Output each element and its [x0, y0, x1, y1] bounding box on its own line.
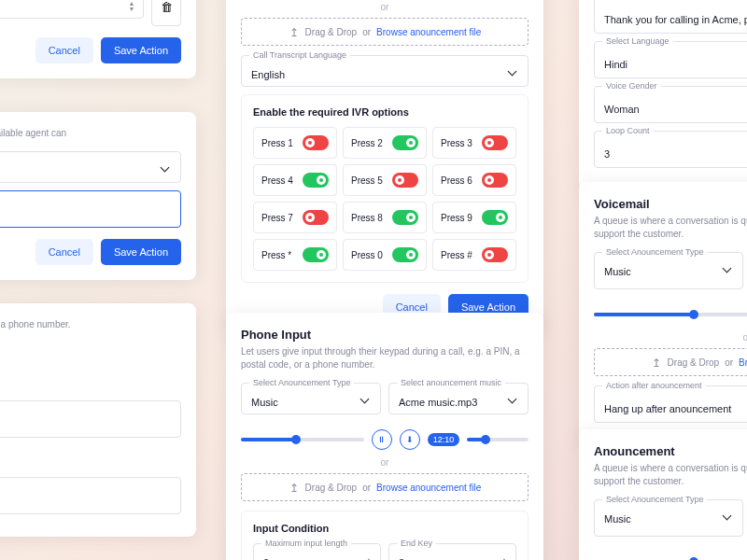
announcement-card: Anouncement A queue is where a conversat… — [579, 429, 747, 560]
ivr-label: Press 8 — [351, 213, 383, 223]
acme-card: Thank you for calling in Acme, press one… — [579, 0, 747, 190]
ivr-card: or Drag & Drop or Browse anouncement fil… — [226, 0, 543, 335]
save-button[interactable]: Save Action — [101, 239, 181, 265]
ivr-label: Press 5 — [351, 175, 383, 186]
gender-select[interactable]: Voice Gender Woman — [594, 86, 747, 123]
ivr-option: Press 9 — [432, 202, 516, 233]
ivr-title: Enable the required IVR options — [253, 106, 516, 118]
card-title: Phone Input — [241, 328, 529, 342]
type-select[interactable]: Select Anouncement Type Music — [594, 499, 743, 537]
type-select[interactable]: Select Anouncement Type Music — [594, 252, 743, 289]
radio-default[interactable]: to default number — [0, 382, 181, 393]
ivr-label: Press 9 — [441, 213, 472, 223]
keypad-card: ough their keypad during a call, e, or a… — [0, 303, 196, 537]
toggle[interactable] — [392, 210, 418, 225]
ivr-option: Press 4 — [253, 164, 337, 196]
message-field[interactable]: Thank you for calling in Acme, press one… — [594, 0, 747, 34]
dropzone[interactable]: Drag & Drop or Browse anouncement file — [241, 473, 529, 501]
toggle[interactable] — [392, 173, 418, 188]
volume-track[interactable] — [467, 438, 529, 441]
or-label: or — [241, 2, 529, 12]
or-label: or — [594, 332, 747, 343]
upload-icon — [289, 26, 300, 37]
chevron-down-icon — [509, 398, 518, 407]
toggle[interactable] — [303, 135, 329, 150]
voicemail-card: Voicemail A queue is where a conversatio… — [579, 182, 747, 445]
toggle[interactable] — [303, 210, 329, 225]
audio-player: ⏸ ⬇ — [594, 304, 747, 325]
input-field[interactable]: 9 — [0, 190, 181, 228]
audio-track[interactable] — [241, 438, 364, 441]
ivr-label: Press # — [441, 250, 472, 260]
ivr-label: Press 0 — [351, 250, 383, 260]
queue-desc: a conversation is queued until an availa… — [0, 127, 181, 140]
end-key-field[interactable]: End Key 3▴▾ — [388, 543, 516, 560]
pause-icon[interactable]: ⏸ — [372, 429, 392, 450]
action-select[interactable]: Action after anouncement Hang up after a… — [594, 385, 747, 423]
toggle[interactable] — [482, 135, 508, 150]
toggle[interactable] — [392, 247, 418, 262]
timeout-card: Timeout 20 Seconds ▴▾ Cancel Save Action — [0, 0, 196, 78]
ivr-label: Press 2 — [351, 138, 383, 148]
user-label: user — [0, 343, 181, 354]
trash-icon — [161, 0, 173, 15]
card-desc: A queue is where a conversation is queue… — [594, 215, 747, 241]
or-label: or — [241, 457, 529, 468]
radio-voicemail[interactable]: usic and send to voicemail — [0, 458, 181, 469]
cancel-button[interactable]: Cancel — [35, 239, 93, 265]
dropzone[interactable]: Drag & Drop or Browse anouncement file — [594, 348, 747, 376]
chevron-down-icon — [361, 398, 371, 407]
toggle[interactable] — [482, 210, 508, 225]
card-desc: A queue is where a conversation is queue… — [594, 462, 747, 488]
upload-icon — [651, 357, 662, 368]
language-select[interactable]: Select Language Hindi — [594, 41, 747, 78]
ivr-option: Press # — [432, 239, 516, 271]
dropzone[interactable]: Drag & Drop or Browse anouncement file — [241, 18, 529, 46]
toggle[interactable] — [392, 135, 418, 150]
ivr-option: Press 1 — [253, 127, 337, 159]
chevron-down-icon — [509, 70, 518, 79]
delete-button[interactable] — [151, 0, 181, 26]
phone-field-2[interactable]: efault Phone Number — [0, 477, 181, 514]
toggle[interactable] — [303, 247, 329, 262]
ivr-label: Press 6 — [441, 175, 472, 186]
card-title: Anouncement — [594, 444, 747, 458]
loop-field[interactable]: Loop Count 3 — [594, 131, 747, 168]
ivr-option: Press 6 — [432, 164, 516, 196]
queue-card: a conversation is queued until an availa… — [0, 112, 196, 280]
audio-player: ⏸ ⬇ — [594, 552, 747, 560]
radio-disconnect[interactable]: Disconnect — [0, 363, 181, 374]
toggle[interactable] — [303, 173, 329, 188]
ivr-option: Press 5 — [343, 164, 427, 196]
ivr-option: Press 3 — [432, 127, 516, 159]
transcript-select[interactable]: Call Transcript Language English — [241, 55, 529, 87]
ivr-label: Press 4 — [261, 175, 293, 186]
stepper-icon[interactable]: ▴▾ — [130, 1, 134, 12]
announcement-music-select[interactable]: Select anouncement music Acme music.mp3 — [388, 383, 529, 414]
chevron-down-icon — [162, 166, 171, 175]
keypad-desc: ough their keypad during a call, e, or a… — [0, 318, 181, 331]
chevron-down-icon — [724, 267, 733, 276]
max-length-field[interactable]: Maximum input length 3▴▾ — [253, 543, 381, 560]
upload-icon — [289, 482, 300, 493]
chevron-down-icon — [724, 514, 733, 524]
audio-track[interactable] — [594, 313, 747, 316]
input-condition-title: Input Condition — [253, 523, 516, 534]
download-icon[interactable]: ⬇ — [400, 429, 420, 450]
select-field[interactable] — [0, 151, 181, 183]
cancel-button[interactable]: Cancel — [35, 37, 93, 63]
ivr-label: Press 1 — [261, 138, 293, 148]
toggle[interactable] — [482, 247, 508, 262]
toggle[interactable] — [482, 173, 508, 188]
ivr-label: Press 3 — [441, 138, 472, 148]
ivr-label: Press 7 — [261, 213, 293, 223]
phone-field[interactable]: efault Phone Number — [0, 400, 181, 438]
save-button[interactable]: Save Action — [101, 37, 181, 63]
time-badge: 12:10 — [428, 433, 460, 446]
audio-player: ⏸ ⬇ 12:10 — [241, 429, 529, 450]
card-title: Voicemail — [594, 197, 747, 211]
timeout-field[interactable]: Timeout 20 Seconds ▴▾ — [0, 0, 144, 19]
ivr-grid: Press 1Press 2Press 3Press 4Press 5Press… — [253, 127, 516, 271]
ivr-label: Press * — [261, 250, 291, 260]
announcement-type-select[interactable]: Select Anouncement Type Music — [241, 383, 381, 414]
